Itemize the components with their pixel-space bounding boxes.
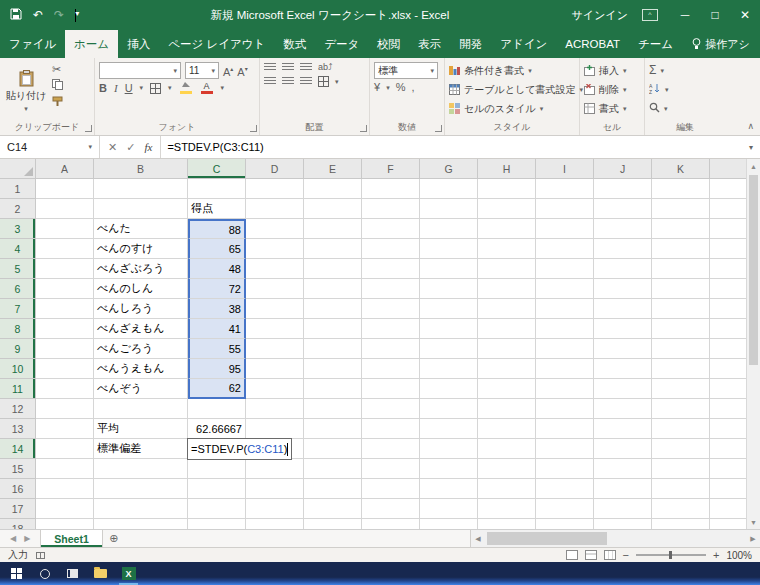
- merge-center-icon[interactable]: [318, 76, 329, 87]
- tab-アドイン[interactable]: アドイン: [491, 30, 556, 58]
- cell-I2[interactable]: [536, 199, 594, 219]
- cell-C9[interactable]: 55: [188, 339, 246, 359]
- row-header-2[interactable]: 2: [0, 199, 36, 219]
- cell-G14[interactable]: [420, 439, 478, 459]
- cell-F3[interactable]: [362, 219, 420, 239]
- cell-F9[interactable]: [362, 339, 420, 359]
- tab-数式[interactable]: 数式: [274, 30, 315, 58]
- cell-K15[interactable]: [652, 459, 710, 479]
- font-size-combo[interactable]: 11▾: [185, 62, 219, 79]
- cell-G4[interactable]: [420, 239, 478, 259]
- name-box-dropdown-icon[interactable]: ▾: [88, 143, 92, 151]
- normal-view-icon[interactable]: [566, 550, 578, 560]
- format-as-table-button[interactable]: テーブルとして書式設定▾: [449, 81, 575, 98]
- cell-I3[interactable]: [536, 219, 594, 239]
- align-center-icon[interactable]: [282, 77, 294, 86]
- cell-K7[interactable]: [652, 299, 710, 319]
- cell-F15[interactable]: [362, 459, 420, 479]
- align-right-icon[interactable]: [300, 77, 312, 86]
- font-dialog-launcher[interactable]: [250, 125, 257, 132]
- cell-I8[interactable]: [536, 319, 594, 339]
- cell-J9[interactable]: [594, 339, 652, 359]
- cell-H14[interactable]: [478, 439, 536, 459]
- cell-I13[interactable]: [536, 419, 594, 439]
- cell-C17[interactable]: [188, 499, 246, 519]
- cell-D1[interactable]: [246, 179, 304, 199]
- autosum-button[interactable]: Σ▾: [649, 62, 721, 79]
- cell-H11[interactable]: [478, 379, 536, 399]
- page-layout-view-icon[interactable]: [585, 550, 597, 560]
- cell-I7[interactable]: [536, 299, 594, 319]
- zoom-level[interactable]: 100%: [726, 550, 752, 561]
- cell-A16[interactable]: [36, 479, 94, 499]
- cell-C14[interactable]: =STDEV.P(C3:C11): [188, 439, 246, 459]
- col-header-G[interactable]: G: [420, 159, 478, 179]
- cell-B8[interactable]: べんざえもん: [94, 319, 188, 339]
- cell-I5[interactable]: [536, 259, 594, 279]
- cell-H2[interactable]: [478, 199, 536, 219]
- cell-E11[interactable]: [304, 379, 362, 399]
- page-break-view-icon[interactable]: [604, 550, 616, 560]
- cell-A15[interactable]: [36, 459, 94, 479]
- cell-K8[interactable]: [652, 319, 710, 339]
- cell-E4[interactable]: [304, 239, 362, 259]
- cell-F6[interactable]: [362, 279, 420, 299]
- horizontal-scrollbar[interactable]: ◀ ▶: [470, 530, 760, 547]
- cell-H15[interactable]: [478, 459, 536, 479]
- insert-cells-button[interactable]: 挿入▾: [584, 62, 640, 79]
- undo-icon[interactable]: ↶: [33, 8, 43, 22]
- row-header-7[interactable]: 7: [0, 299, 36, 319]
- zoom-slider[interactable]: [636, 554, 706, 556]
- cell-F5[interactable]: [362, 259, 420, 279]
- cell-J3[interactable]: [594, 219, 652, 239]
- cell-E18[interactable]: [304, 519, 362, 529]
- cell-G16[interactable]: [420, 479, 478, 499]
- cell-J6[interactable]: [594, 279, 652, 299]
- cell-I14[interactable]: [536, 439, 594, 459]
- cell-E3[interactable]: [304, 219, 362, 239]
- cell-H1[interactable]: [478, 179, 536, 199]
- cell-B11[interactable]: べんぞう: [94, 379, 188, 399]
- cell-B4[interactable]: べんのすけ: [94, 239, 188, 259]
- cell-J13[interactable]: [594, 419, 652, 439]
- col-header-I[interactable]: I: [536, 159, 594, 179]
- redo-icon[interactable]: ↷: [54, 8, 64, 22]
- align-top-icon[interactable]: [264, 63, 276, 72]
- cell-J15[interactable]: [594, 459, 652, 479]
- cell-H12[interactable]: [478, 399, 536, 419]
- cell-D16[interactable]: [246, 479, 304, 499]
- cell-I10[interactable]: [536, 359, 594, 379]
- cell-H13[interactable]: [478, 419, 536, 439]
- cell-K17[interactable]: [652, 499, 710, 519]
- cell-C4[interactable]: 65: [188, 239, 246, 259]
- cell-H17[interactable]: [478, 499, 536, 519]
- new-sheet-icon[interactable]: ⊕: [103, 530, 125, 547]
- cell-G11[interactable]: [420, 379, 478, 399]
- cell-D13[interactable]: [246, 419, 304, 439]
- row-header-14[interactable]: 14: [0, 439, 36, 459]
- cell-A4[interactable]: [36, 239, 94, 259]
- cell-E17[interactable]: [304, 499, 362, 519]
- close-button[interactable]: ✕: [730, 0, 760, 30]
- cell-K4[interactable]: [652, 239, 710, 259]
- tab-ページ レイアウト[interactable]: ページ レイアウト: [159, 30, 274, 58]
- cell-J1[interactable]: [594, 179, 652, 199]
- format-painter-icon[interactable]: [52, 96, 63, 109]
- cell-J7[interactable]: [594, 299, 652, 319]
- collapse-ribbon-icon[interactable]: ∧: [747, 121, 754, 131]
- cell-C10[interactable]: 95: [188, 359, 246, 379]
- cell-B6[interactable]: べんのしん: [94, 279, 188, 299]
- align-left-icon[interactable]: [264, 77, 276, 86]
- select-all-corner[interactable]: [0, 159, 36, 179]
- ribbon-display-options-icon[interactable]: ^: [642, 9, 658, 21]
- comma-format-icon[interactable]: ,: [411, 82, 414, 93]
- cell-C6[interactable]: 72: [188, 279, 246, 299]
- cell-J11[interactable]: [594, 379, 652, 399]
- scroll-right-icon[interactable]: ▶: [746, 535, 760, 543]
- tab-表示[interactable]: 表示: [409, 30, 450, 58]
- cell-E10[interactable]: [304, 359, 362, 379]
- col-header-J[interactable]: J: [594, 159, 652, 179]
- cell-E9[interactable]: [304, 339, 362, 359]
- cell-B2[interactable]: [94, 199, 188, 219]
- row-header-4[interactable]: 4: [0, 239, 36, 259]
